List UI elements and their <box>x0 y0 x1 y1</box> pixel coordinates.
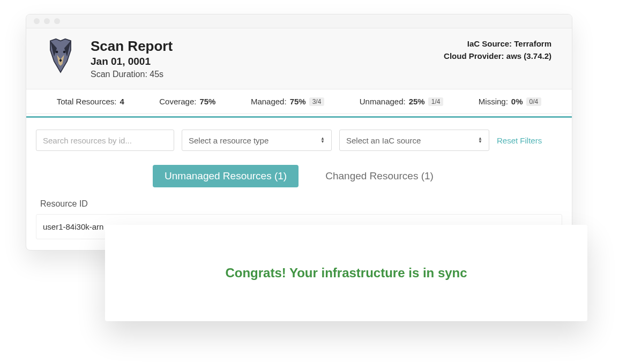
sync-message: Congrats! Your infrastructure is in sync <box>225 266 467 280</box>
filters-row: Search resources by id... Select a resou… <box>26 118 572 154</box>
cloud-provider-label: Cloud Provider: aws (3.74.2) <box>444 50 551 63</box>
sync-status-card: Congrats! Your infrastructure is in sync <box>105 225 587 321</box>
report-header: Scan Report Jan 01, 0001 Scan Duration: … <box>26 28 572 89</box>
stat-value: 0% <box>511 97 523 106</box>
select-placeholder: Select a resource type <box>189 136 268 145</box>
window-dot <box>34 18 40 24</box>
header-left: Scan Report Jan 01, 0001 Scan Duration: … <box>47 38 173 79</box>
stat-label: Missing: <box>479 97 508 106</box>
doberman-logo-icon <box>47 38 74 75</box>
stat-value: 75% <box>199 97 215 106</box>
stat-managed: Managed: 75% 3/4 <box>251 97 324 106</box>
tabs: Unmanaged Resources (1) Changed Resource… <box>26 154 572 195</box>
iac-source-select[interactable]: Select an IaC source ▲▼ <box>339 130 489 151</box>
stat-label: Managed: <box>251 97 287 106</box>
header-meta: IaC Source: Terraform Cloud Provider: aw… <box>444 38 551 62</box>
svg-point-0 <box>56 51 58 54</box>
scan-duration: Scan Duration: 45s <box>91 70 173 79</box>
search-placeholder: Search resources by id... <box>43 136 132 145</box>
stat-label: Unmanaged: <box>360 97 406 106</box>
stat-value: 75% <box>290 97 306 106</box>
stat-total: Total Resources: 4 <box>57 97 124 106</box>
resource-type-select[interactable]: Select a resource type ▲▼ <box>182 130 332 151</box>
col-header-resource-id: Resource ID <box>36 195 562 214</box>
reset-filters-link[interactable]: Reset Filters <box>497 136 542 145</box>
stat-label: Coverage: <box>159 97 196 106</box>
iac-source-label: IaC Source: Terraform <box>444 38 551 50</box>
stat-label: Total Resources: <box>57 97 117 106</box>
window-dot <box>44 18 50 24</box>
sort-caret-icon: ▲▼ <box>320 137 325 143</box>
header-titles: Scan Report Jan 01, 0001 Scan Duration: … <box>91 38 173 79</box>
tab-changed[interactable]: Changed Resources (1) <box>314 165 445 187</box>
sort-caret-icon: ▲▼ <box>478 137 482 143</box>
stat-value: 4 <box>120 97 124 106</box>
tab-unmanaged[interactable]: Unmanaged Resources (1) <box>153 165 299 187</box>
stat-missing: Missing: 0% 0/4 <box>479 97 541 106</box>
svg-point-1 <box>63 51 66 54</box>
scan-date: Jan 01, 0001 <box>91 56 173 67</box>
resource-id-cell: user1-84i30k-arn <box>43 222 103 231</box>
app-window: Scan Report Jan 01, 0001 Scan Duration: … <box>26 14 572 251</box>
stat-coverage: Coverage: 75% <box>159 97 215 106</box>
window-dot <box>54 18 60 24</box>
window-titlebar <box>26 14 572 28</box>
stat-chip: 3/4 <box>309 97 325 106</box>
stat-value: 25% <box>409 97 425 106</box>
stats-bar: Total Resources: 4 Coverage: 75% Managed… <box>26 89 572 114</box>
page-title: Scan Report <box>91 38 173 55</box>
select-placeholder: Select an IaC source <box>346 136 421 145</box>
search-input[interactable]: Search resources by id... <box>36 130 174 151</box>
stat-unmanaged: Unmanaged: 25% 1/4 <box>360 97 444 106</box>
stat-chip: 0/4 <box>526 97 542 106</box>
stat-chip: 1/4 <box>428 97 444 106</box>
